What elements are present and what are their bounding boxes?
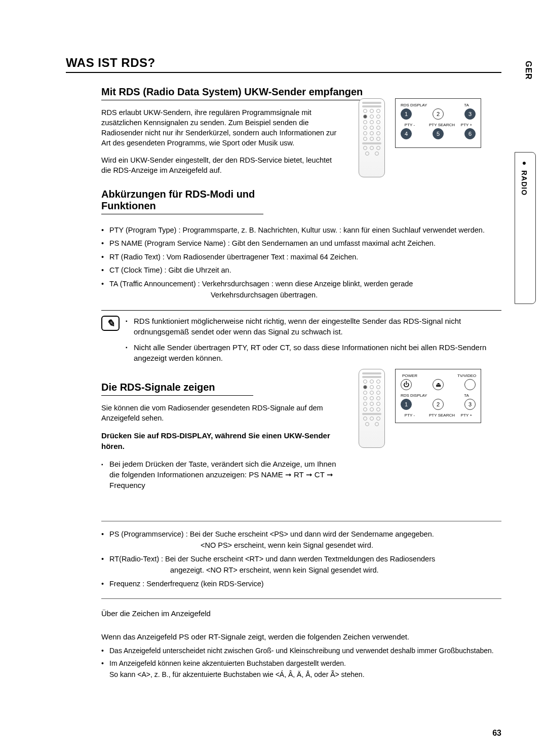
para-rds-indicator: Wird ein UKW-Sender eingestellt, der den…: [101, 155, 339, 175]
button-2[interactable]: 2: [433, 108, 444, 120]
detail-ps-l2: <NO PS> erscheint, wenn kein Signal gese…: [109, 540, 496, 551]
lbl-rds-display: RDS DISPLAY: [401, 103, 419, 107]
abbrev-psname: PS NAME (Program Service Name) : Gibt de…: [101, 238, 496, 249]
lbl-pty-plus: PTY +: [457, 413, 476, 418]
abbrev-list: PTY (Program Type) : Programmsparte, z. …: [101, 224, 496, 301]
press-result-item: Bei jedem Drücken der Taste, verändert s…: [101, 459, 339, 490]
abbrev-ta-line1: TA (Traffic Announcement) : Verkehrsdurc…: [109, 280, 413, 288]
tvvideo-button[interactable]: [464, 379, 476, 390]
note-icon: ✎: [101, 316, 120, 331]
para-show-signals: Sie können die vom Radiosender gesendete…: [101, 403, 339, 423]
button-4[interactable]: 4: [401, 128, 412, 139]
chars-accent-l2: So kann <A>, z. B., für akzentuierte Buc…: [109, 670, 365, 678]
detail-ps-l1: PS (Programmservice) : Bei der Suche ers…: [109, 530, 434, 538]
para-rds-intro: RDS erlaubt UKW-Sendern, ihre regulären …: [101, 107, 339, 148]
divider: [101, 598, 501, 599]
remote-outline: [359, 98, 385, 177]
lbl-ta: TA: [457, 393, 476, 398]
button-6[interactable]: 6: [464, 128, 476, 139]
button-5[interactable]: 5: [433, 128, 444, 139]
note-list: RDS funktioniert möglicherweise nicht ri…: [126, 316, 501, 368]
lbl-pty-search: PTY SEARCH: [429, 123, 447, 127]
lbl-pty-plus: PTY +: [457, 123, 476, 127]
abbrev-pty: PTY (Program Type) : Programmsparte, z. …: [101, 224, 496, 236]
abbrev-ta: TA (Traffic Announcement) : Verkehrsdurc…: [101, 278, 496, 301]
chars-list: Das Anzeigefeld unterscheidet nicht zwis…: [101, 646, 496, 681]
divider: [101, 521, 501, 521]
remote-diagram-1: RDS DISPLAY TA 1 2 3 PTY - PTY SEARCH PT…: [359, 98, 481, 177]
remote-diagram-2: POWER TV/VIDEO ⏻ ⏏ RDS DISPLAY TA 1 2 3 …: [359, 369, 481, 448]
note-item-1: RDS funktioniert möglicherweise nicht ri…: [126, 316, 501, 337]
abbrev-ta-line2: Verkehrsdurchsagen übertragen.: [109, 289, 496, 300]
lbl-power: POWER: [401, 373, 419, 378]
lbl-pty-minus: PTY -: [401, 123, 419, 127]
press-result-list: Bei jedem Drücken der Taste, verändert s…: [101, 459, 339, 490]
lbl-ta: TA: [457, 103, 476, 107]
page-title: WAS IST RDS?: [66, 56, 501, 73]
lbl-rds-display: RDS DISPLAY: [401, 393, 419, 398]
button-3[interactable]: 3: [464, 399, 476, 410]
page: WAS IST RDS? Mit RDS (Radio Data System)…: [0, 0, 547, 714]
button-panel-2: POWER TV/VIDEO ⏻ ⏏ RDS DISPLAY TA 1 2 3 …: [395, 369, 481, 423]
lbl-pty-minus: PTY -: [401, 413, 419, 418]
detail-rt-l2: angezeigt. <NO RT> erscheint, wenn kein …: [109, 564, 496, 576]
lbl-tvvideo: TV/VIDEO: [457, 373, 476, 378]
abbrev-rt: RT (Radio Text) : Vom Radiosender übertr…: [101, 251, 496, 262]
button-2[interactable]: 2: [433, 399, 444, 410]
remote-outline: [359, 369, 385, 448]
eject-button[interactable]: ⏏: [433, 379, 444, 390]
button-1[interactable]: 1: [401, 399, 412, 410]
heading-show-signals: Die RDS-Signale zeigen: [101, 382, 253, 396]
heading-chars: Über die Zeichen im Anzeigefeld: [101, 608, 501, 619]
instruction-press-rds: Drücken Sie auf RDS-DISPLAY, während Sie…: [101, 430, 339, 451]
signal-detail-list: PS (Programmservice) : Bei der Suche ers…: [101, 528, 496, 589]
detail-ps: PS (Programmservice) : Bei der Suche ers…: [101, 528, 496, 551]
detail-freq: Frequenz : Senderfrequenz (kein RDS-Serv…: [101, 578, 496, 589]
button-1[interactable]: 1: [401, 108, 412, 120]
section-signal-details: PS (Programmservice) : Bei der Suche ers…: [101, 521, 501, 681]
section-abbrev: Abkürzungen für RDS-Modi und Funktionen …: [101, 188, 501, 368]
heading-receive-rds: Mit RDS (Radio Data System) UKW-Sender e…: [101, 86, 375, 100]
heading-abbrev: Abkürzungen für RDS-Modi und Funktionen: [101, 188, 263, 214]
lbl-pty-search: PTY SEARCH: [429, 413, 447, 418]
chars-accent-l1: Im Anzeigefeld können keine akzentuierte…: [109, 659, 346, 667]
power-button[interactable]: ⏻: [401, 379, 412, 390]
detail-rt-l1: RT(Radio-Text) : Bei der Suche erscheint…: [109, 555, 435, 563]
para-chars: Wenn das Anzeigefeld PS oder RT-Signale …: [101, 631, 501, 642]
chars-accent: Im Anzeigefeld können keine akzentuierte…: [101, 658, 496, 680]
button-panel-1: RDS DISPLAY TA 1 2 3 PTY - PTY SEARCH PT…: [395, 98, 481, 148]
detail-rt: RT(Radio-Text) : Bei der Suche erscheint…: [101, 553, 496, 576]
button-3[interactable]: 3: [464, 108, 476, 120]
note-box: ✎ RDS funktioniert möglicherweise nicht …: [101, 310, 501, 368]
page-number: 63: [492, 729, 501, 738]
chars-case: Das Anzeigefeld unterscheidet nicht zwis…: [101, 646, 496, 657]
abbrev-ct: CT (Clock Time) : Gibt die Uhrzeit an.: [101, 264, 496, 276]
note-item-2: Nicht alle Sender übertragen PTY, RT ode…: [126, 342, 501, 363]
